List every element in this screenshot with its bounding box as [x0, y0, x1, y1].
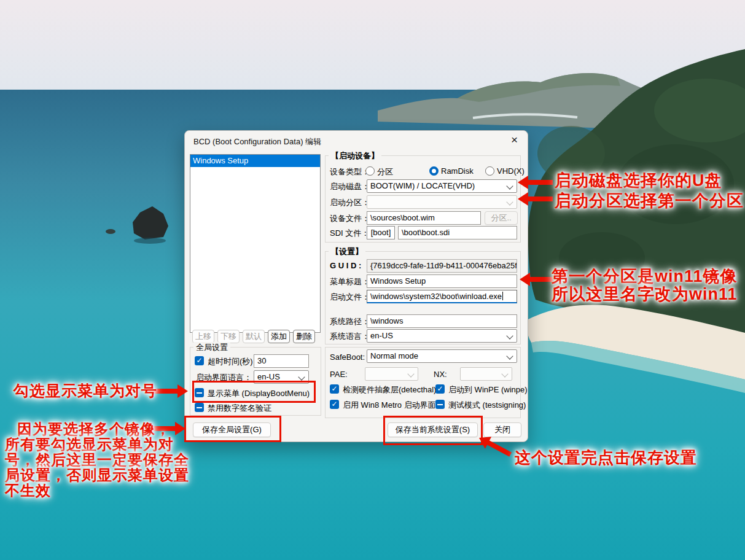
text-caret [502, 292, 503, 300]
detecthal-checkbox[interactable]: ✓ [330, 384, 339, 394]
boot-entries-listbox[interactable]: Windows Setup [190, 154, 321, 333]
annotation-save-current: 这个设置完点击保存设置 [515, 447, 697, 469]
pae-label: PAE: [330, 370, 348, 379]
timeout-label: 超时时间(秒) [208, 356, 253, 367]
screenshot-root: BCD (Boot Configuration Data) 编辑 × Windo… [0, 0, 745, 560]
disable-signature-label: 禁用数字签名验证 [208, 403, 271, 414]
system-path-label: 系统路径： [330, 316, 370, 327]
boot-file-value: \windows\system32\boot\winload.exe [370, 292, 502, 301]
list-buttons-row: 上移 下移 默认 添加 删除 [192, 330, 315, 343]
chevron-down-icon [501, 370, 508, 377]
annotation-save-note-line: 号，然后这里一定要保存全 [5, 452, 189, 467]
chevron-down-icon [407, 370, 414, 377]
chevron-down-icon [506, 198, 513, 205]
partition-radio-label: 分区 [377, 166, 393, 177]
menu-title-input[interactable]: Windows Setup [367, 274, 517, 288]
chevron-down-icon [298, 373, 305, 380]
annotation-save-note-line: 不生效 [5, 483, 189, 498]
move-down-button[interactable]: 下移 [217, 330, 240, 343]
nx-label: NX: [434, 370, 447, 379]
device-type-label: 设备类型： [330, 166, 370, 177]
close-icon[interactable]: × [511, 133, 518, 147]
settings-group-label: 【设置】 [329, 246, 365, 257]
arrow-left-icon-menu-title [520, 273, 553, 286]
testsigning-label: 测试模式 (testsigning) [448, 400, 526, 411]
dialog-title: BCD (Boot Configuration Data) 编辑 [193, 136, 321, 147]
system-language-label: 系统语言： [330, 331, 370, 342]
vhd-radio-label: VHD(X) [497, 166, 525, 176]
annotation-boot-partition: 启动分区选择第一个分区 [555, 190, 744, 212]
annotation-save-note: 因为要选择多个镜像， 所有要勾选显示菜单为对 号，然后这里一定要保存全 局设置，… [5, 421, 189, 498]
timeout-input[interactable]: 30 [254, 354, 309, 368]
testsigning-checkbox[interactable] [435, 400, 445, 409]
annotation-save-note-line: 因为要选择多个镜像， [5, 421, 189, 437]
boot-partition-combo[interactable] [367, 195, 517, 209]
device-file-label: 设备文件： [330, 213, 370, 224]
chevron-down-icon [506, 352, 513, 359]
guid-label: G U I D : [330, 261, 361, 270]
list-item-windows-setup[interactable]: Windows Setup [190, 155, 320, 167]
chevron-down-icon [506, 182, 513, 189]
metro-label: 启用 Win8 Metro 启动界面 [343, 400, 436, 411]
annotation-save-note-line: 局设置，否则显示菜单设置 [5, 467, 189, 483]
menu-title-label: 菜单标题： [330, 276, 370, 287]
annotation-check-menu: 勾选显示菜单为对号 [14, 381, 157, 401]
metro-checkbox[interactable]: ✓ [330, 400, 339, 409]
move-up-button[interactable]: 上移 [192, 330, 214, 343]
partition-picker-button[interactable]: 分区.. [485, 211, 518, 225]
sdi-path-input[interactable]: \boot\boot.sdi [398, 226, 517, 239]
save-current-highlight-box [383, 416, 483, 445]
arrow-left-icon-boot-partition [518, 192, 553, 206]
disable-signature-checkbox[interactable] [195, 403, 204, 412]
detecthal-label: 检测硬件抽象层(detecthal) [343, 384, 436, 395]
safeboot-combo[interactable]: Normal mode [367, 349, 517, 363]
delete-button[interactable]: 删除 [293, 330, 315, 343]
boot-disk-combo[interactable]: BOOT(WIM) / LOCATE(VHD) [367, 179, 517, 193]
global-settings-group-label: 全局设置 [193, 342, 230, 353]
save-global-highlight-box [184, 416, 281, 442]
timeout-checkbox[interactable]: ✓ [195, 356, 204, 365]
winpe-checkbox[interactable]: ✓ [435, 384, 445, 394]
chevron-down-icon [506, 332, 513, 339]
boot-file-label: 启动文件： [330, 292, 370, 303]
ramdisk-radio-label: RamDisk [441, 166, 474, 176]
annotation-save-note-line: 所有要勾选显示菜单为对 [5, 437, 189, 452]
sdi-file-label: SDI 文件： [330, 228, 369, 239]
add-button[interactable]: 添加 [268, 330, 290, 343]
partition-radio[interactable] [365, 166, 375, 176]
boot-disk-value: BOOT(WIM) / LOCATE(VHD) [370, 181, 475, 190]
boot-ui-language-value: en-US [257, 372, 280, 381]
indeterminate-dash-icon [437, 404, 443, 405]
system-language-combo[interactable]: en-US [367, 329, 517, 343]
annotation-boot-disk: 启动磁盘选择你的U盘 [555, 169, 722, 192]
pae-combo[interactable] [365, 367, 418, 381]
boot-partition-label: 启动分区： [330, 197, 370, 208]
default-button[interactable]: 默认 [243, 330, 265, 343]
boot-file-input[interactable]: \windows\system32\boot\winload.exe [367, 290, 517, 303]
ramdisk-radio[interactable] [429, 166, 439, 176]
device-file-input[interactable]: \sources\boot.wim [367, 211, 481, 225]
arrow-left-icon-boot-disk [518, 176, 553, 189]
safeboot-value: Normal mode [370, 351, 418, 360]
boot-disk-label: 启动磁盘： [330, 181, 370, 192]
nx-combo[interactable] [460, 367, 512, 381]
boot-device-group-label: 【启动设备】 [329, 150, 381, 161]
guid-input: {7619dcc9-fafe-11d9-b411-000476eba25f} [367, 259, 517, 273]
winpe-label: 启动到 WinPE (winpe) [448, 384, 528, 395]
display-menu-highlight-box [192, 381, 316, 403]
system-path-input[interactable]: \windows [367, 314, 517, 328]
safeboot-label: SafeBoot: [330, 352, 365, 362]
system-language-value: en-US [370, 331, 393, 340]
vhd-radio[interactable] [485, 166, 494, 176]
sdi-store-input[interactable]: [boot] [367, 226, 395, 239]
annotation-menu-title-line2: 所以这里名字改为win11 [552, 283, 738, 305]
indeterminate-dash-icon [197, 407, 202, 408]
